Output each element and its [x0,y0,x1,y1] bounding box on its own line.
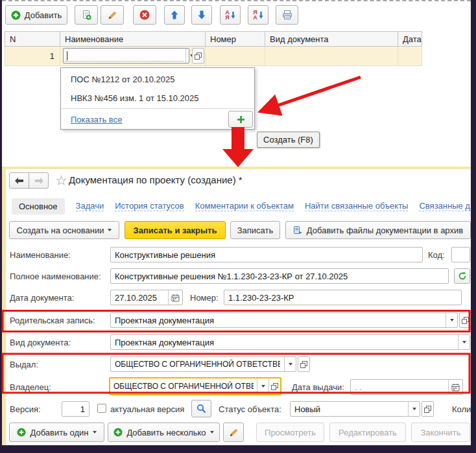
add-one-label: Добавить один [30,428,88,437]
doc-date-calendar-button[interactable] [168,290,182,305]
doc-kind-combo [110,334,470,350]
owner-choose-button[interactable] [268,378,280,394]
object-status-choose-button[interactable] [422,401,434,417]
document-plus-icon [81,10,91,20]
screenshot-canvas: Добавить АЯ ЯА N Наименование Номер Вид … [2,0,471,445]
tab-main[interactable]: Основное [12,198,65,215]
parent-record-field[interactable] [111,313,446,327]
add-files-button[interactable]: Добавить файлы документации в архив [285,221,471,239]
move-down-button[interactable] [191,5,212,25]
object-status-field[interactable] [291,402,408,416]
create-tooltip: Создать (F8) [257,132,320,148]
chevron-down-icon [108,229,112,231]
issue-date-combo [350,379,463,395]
number-label: Номер: [190,293,219,303]
add-button-label: Добавить [25,10,62,20]
issue-date-calendar-button[interactable] [448,380,462,394]
save-and-close-label: Записать и закрыть [134,226,217,235]
row-date-cell [398,47,422,65]
save-button[interactable]: Записать [230,221,280,239]
move-up-button[interactable] [164,5,185,25]
full-name-field[interactable] [110,268,449,284]
doc-kind-field[interactable] [111,335,458,349]
object-status-combo [290,401,420,417]
issue-date-field[interactable] [351,380,448,394]
nav-back-button[interactable] [9,172,29,189]
dropdown-item[interactable]: ПОС №1212 от 20.10.2025 [61,70,254,89]
table-row[interactable]: 1 [5,47,422,66]
sort-asc-icon: АЯ [225,10,230,20]
doc-kind-dropdown-arrow-icon[interactable] [458,335,470,349]
owner-combo-focused [109,377,281,395]
name-field[interactable] [110,247,423,262]
edit-button[interactable] [101,5,124,25]
number-field[interactable] [224,290,462,305]
doc-kind-label: Вид документа: [10,338,71,347]
create-based-on-button[interactable]: Создать на основании [9,221,119,239]
printer-icon [282,10,292,20]
tab-comments[interactable]: Комментарии к объектам [195,201,294,211]
issued-by-choose-button[interactable] [298,356,310,372]
required-underline [65,61,184,62]
table-header: N Наименование Номер Вид документа Дата [5,31,422,47]
add-many-button[interactable]: Добавить несколько [108,423,220,442]
row-name-combo[interactable] [63,48,189,64]
issued-by-field[interactable] [111,357,284,371]
parent-record-dropdown-arrow-icon[interactable] [446,313,457,327]
quantity-label-partial: Колич [452,404,471,414]
row-name-choose-button[interactable] [192,48,204,64]
save-and-close-button[interactable]: Записать и закрыть [125,221,226,239]
print-button[interactable] [276,5,298,25]
form-left-border [2,167,6,445]
column-header-n: N [5,32,60,46]
owner-field[interactable] [110,378,257,394]
plus-circle-icon [11,10,21,20]
tab-status-history[interactable]: История статусов [115,201,184,211]
sort-desc-arrow-icon [259,12,263,19]
nav-forward-button[interactable] [29,172,49,189]
pencil-icon [229,428,239,437]
tab-find-related[interactable]: Найти связанные объекты [305,201,408,211]
parent-record-label: Родительская запись: [10,316,95,325]
refresh-icon [458,272,467,281]
pencil-icon [108,10,117,20]
actual-version-checkbox[interactable] [97,404,106,413]
view-button[interactable]: Просмотреть [256,423,324,442]
issued-by-dropdown-arrow-icon[interactable] [284,357,296,371]
sort-descending-button[interactable]: ЯА [248,5,268,25]
edit-label: Редактировать [339,428,397,437]
add-one-button[interactable]: Добавить один [9,423,104,442]
add-files-icon [293,226,303,235]
version-field[interactable] [62,401,89,417]
chevron-down-icon [210,431,214,434]
edit-button-footer[interactable]: Редактировать [329,423,406,442]
dropdown-separator [61,108,254,109]
form-title: Документация по проекту (создание) * [69,174,243,185]
favorite-star-icon[interactable] [56,175,67,186]
view-label: Просмотреть [265,428,316,437]
add-button[interactable]: Добавить [5,5,67,25]
refresh-full-name-button[interactable] [454,268,470,284]
choose-squares-icon [300,361,307,368]
back-arrow-icon [15,178,24,184]
sort-ascending-button[interactable]: АЯ [220,5,241,25]
plus-circle-icon [113,428,123,437]
create-new-button[interactable] [228,111,253,128]
tab-related-docs[interactable]: Связанные д [419,201,470,211]
parent-record-choose-button[interactable] [459,312,471,328]
finish-button[interactable]: Закончить [411,423,470,442]
doc-date-field[interactable] [111,290,168,305]
copy-button[interactable] [75,5,98,25]
edit-row-button[interactable] [223,423,244,442]
tab-tasks[interactable]: Задачи [76,201,104,211]
dropdown-item[interactable]: НВК3 №456 изм. 1 от 15.10.2025 [61,89,254,108]
object-status-dropdown-arrow-icon[interactable] [408,402,420,416]
owner-dropdown-arrow-icon[interactable] [257,378,268,394]
code-field[interactable] [451,247,470,262]
text-cursor [67,51,67,60]
delete-button[interactable] [133,5,156,25]
full-name-label: Полное наименование: [10,272,101,281]
show-all-link[interactable]: Показать все [71,115,122,124]
search-version-button[interactable] [191,400,211,417]
choose-squares-icon [271,383,278,390]
